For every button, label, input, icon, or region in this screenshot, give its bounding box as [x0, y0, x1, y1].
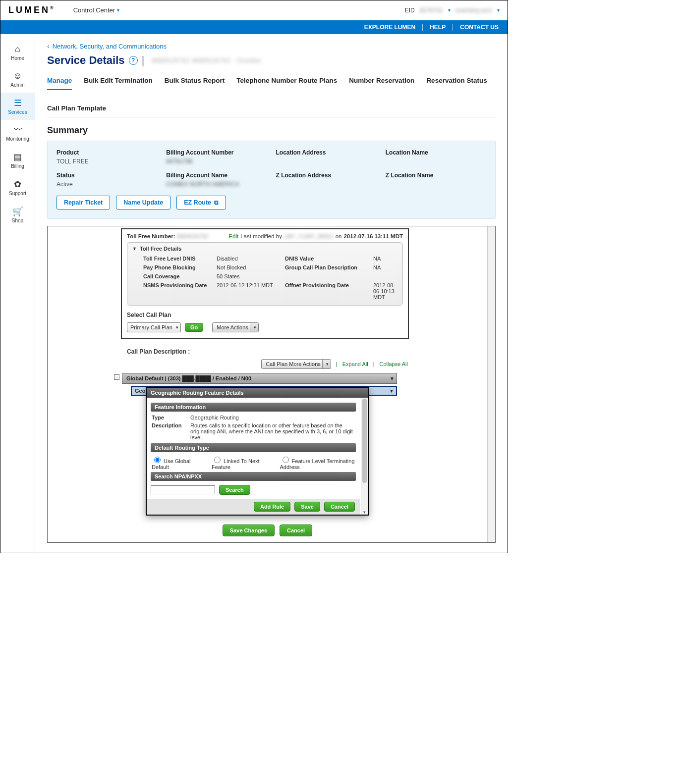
edit-link[interactable]: Edit	[228, 233, 238, 239]
call-plan-more-actions[interactable]: Call Plan More Actions	[261, 359, 331, 369]
tab-route-plans[interactable]: Telephone Number Route Plans	[236, 74, 337, 90]
nav-home[interactable]: ⌂Home	[0, 39, 35, 66]
frame-scrollbar[interactable]	[487, 226, 495, 542]
product-label: Product	[57, 149, 157, 156]
ban-value: 84781796	[166, 158, 267, 165]
search-npa-header: Search NPA/NPXX	[151, 472, 356, 481]
modified-on: on	[336, 233, 342, 239]
cancel-button[interactable]: Cancel	[280, 524, 312, 536]
status-label: Status	[57, 172, 157, 179]
chevron-down-icon: ▼	[389, 388, 394, 394]
dnis-label: Toll Free Level DNIS	[143, 256, 213, 261]
nav-monitoring[interactable]: 〰Monitoring	[0, 120, 35, 147]
default-routing-header: Default Routing Type	[151, 443, 356, 452]
global-default-row[interactable]: Global Default | (303) ███-████ / Enable…	[122, 373, 397, 384]
explore-link[interactable]: EXPLORE LUMEN	[364, 24, 415, 31]
modal-title: Geographic Routing Feature Details	[147, 388, 368, 398]
help-link[interactable]: HELP	[430, 24, 446, 31]
gear-icon: ✿	[0, 179, 35, 190]
zlocation-address-label: Z Location Address	[276, 172, 377, 179]
chevron-down-icon: ▼	[390, 376, 395, 381]
contact-link[interactable]: CONTACT US	[460, 24, 499, 31]
more-actions-select[interactable]: More Actions	[212, 322, 259, 332]
chevron-down-icon[interactable]: ▾	[497, 7, 500, 13]
page-title: Service Details	[47, 54, 125, 67]
tree-collapse-icon[interactable]: −	[114, 374, 119, 380]
add-rule-button[interactable]: Add Rule	[254, 502, 290, 512]
utility-bar: EXPLORE LUMEN HELP CONTACT US	[0, 20, 508, 34]
desc-value: Routes calls to a specific location or o…	[190, 422, 355, 440]
top-bar: LUMEN® Control Center▾ EID 8076701 ▾ inv…	[0, 0, 508, 20]
modal-scrollbar[interactable]: ▾	[361, 398, 368, 515]
side-nav: ⌂Home ☺Admin ☰Services 〰Monitoring ▤Bill…	[0, 34, 35, 553]
control-center-dropdown[interactable]: Control Center▾	[73, 6, 120, 14]
nav-admin[interactable]: ☺Admin	[0, 66, 35, 93]
expand-all-link[interactable]: Expand All	[342, 361, 368, 367]
tab-bulk-edit[interactable]: Bulk Edit Termination	[84, 74, 153, 90]
tab-bar: Manage Bulk Edit Termination Bulk Status…	[47, 74, 496, 117]
go-button[interactable]: Go	[185, 323, 203, 332]
tab-bulk-status[interactable]: Bulk Status Report	[165, 74, 225, 90]
nav-support[interactable]: ✿Support	[0, 174, 35, 201]
pulse-icon: 〰	[0, 125, 35, 135]
collapse-icon[interactable]: ▼	[132, 246, 137, 251]
type-value: Geographic Routing	[190, 415, 355, 420]
radio-linked-next[interactable]: Linked To Next Feature	[212, 455, 265, 470]
home-icon: ⌂	[0, 44, 35, 54]
collapse-all-link[interactable]: Collapse All	[380, 361, 408, 367]
title-meta: 8889526762 8889526762 - October	[152, 56, 262, 64]
location-name-label: Location Name	[386, 149, 486, 156]
detail-frame: Toll Free Number: 8889526762 Edit Last m…	[47, 226, 496, 543]
repair-ticket-button[interactable]: Repair Ticket	[57, 196, 110, 209]
npa-search-input[interactable]	[151, 485, 215, 494]
tab-reservation-status[interactable]: Reservation Status	[426, 74, 487, 90]
name-update-button[interactable]: Name Update	[116, 196, 170, 209]
ez-route-button[interactable]: EZ Route⧉	[176, 196, 226, 209]
dnis-value: Disabled	[217, 256, 281, 261]
chevron-down-icon: ▾	[117, 7, 119, 13]
tollfree-number-label: Toll Free Number:	[127, 233, 175, 239]
tab-call-plan-template[interactable]: Call Plan Template	[47, 102, 116, 117]
summary-heading: Summary	[47, 125, 496, 136]
save-changes-button[interactable]: Save Changes	[223, 524, 275, 536]
chevron-down-icon[interactable]: ▾	[448, 7, 451, 13]
nsms-value: 2012-06-12 12:31 MDT	[217, 282, 281, 300]
search-button[interactable]: Search	[219, 485, 250, 495]
location-address-label: Location Address	[276, 149, 377, 156]
group-plan-label: Group Call Plan Description	[285, 264, 369, 270]
tollfree-number-value: 8889526762	[177, 233, 209, 239]
baname-value: COMEX NORTH AMERICA	[166, 181, 267, 188]
nav-billing[interactable]: ▤Billing	[0, 147, 35, 174]
geo-routing-modal: Geographic Routing Feature Details ▾ Fea…	[146, 387, 369, 516]
receipt-icon: ▤	[0, 152, 35, 162]
radio-feature-term[interactable]: Feature Level Terminating Address	[280, 455, 355, 470]
eid-value: 8076701	[420, 7, 443, 14]
nav-shop[interactable]: 🛒Shop	[0, 201, 35, 228]
breadcrumb[interactable]: ‹ Network, Security, and Communications	[47, 42, 496, 50]
feature-info-header: Feature Information	[151, 403, 356, 412]
help-icon[interactable]: ?	[129, 56, 138, 65]
group-plan-value: NA	[373, 264, 397, 270]
cart-icon: 🛒	[0, 206, 35, 217]
nav-services[interactable]: ☰Services	[0, 93, 35, 120]
tab-manage[interactable]: Manage	[47, 74, 72, 90]
product-value: TOLL FREE	[57, 158, 157, 165]
summary-card: ProductTOLL FREE Billing Account Number8…	[47, 141, 496, 219]
call-plan-select[interactable]: Primary Call Plan	[127, 322, 181, 332]
tab-number-reservation[interactable]: Number Reservation	[349, 74, 414, 90]
dnis-value-label: DNIS Value	[285, 256, 369, 261]
status-value: Active	[57, 181, 157, 188]
ban-label: Billing Account Number	[166, 149, 267, 156]
modified-prefix: Last modified by	[240, 233, 282, 239]
modal-save-button[interactable]: Save	[294, 502, 320, 512]
type-label: Type	[152, 415, 186, 420]
modal-cancel-button[interactable]: Cancel	[324, 502, 355, 512]
nsms-label: NSMS Provisioning Date	[143, 282, 213, 300]
brand-logo: LUMEN®	[8, 5, 54, 15]
select-call-plan-label: Select Call Plan	[127, 312, 403, 318]
coverage-value: 50 States	[217, 273, 281, 279]
user-name: inventory.usr1	[455, 7, 492, 14]
call-plan-desc-label: Call Plan Description :	[127, 348, 487, 355]
radio-use-global[interactable]: Use Global Default	[152, 455, 197, 470]
eid-label: EID	[405, 7, 415, 14]
